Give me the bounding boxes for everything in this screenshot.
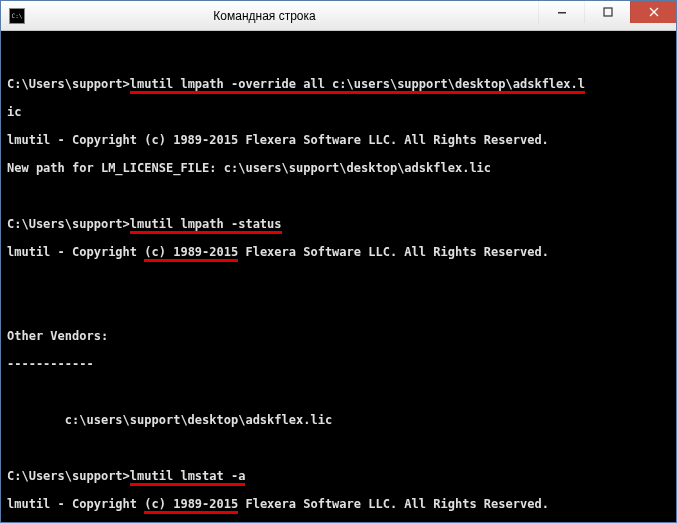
- terminal-output[interactable]: C:\Users\support>lmutil lmpath -override…: [1, 31, 676, 522]
- highlight-overlap: (c) 1989-2015: [144, 497, 238, 514]
- highlight-cmd3: lmutil lmstat -a: [130, 469, 246, 486]
- close-button[interactable]: [630, 1, 676, 23]
- terminal-line: New path for LM_LICENSE_FILE: c:\users\s…: [7, 161, 670, 175]
- terminal-line: lmutil - Copyright (c) 1989-2015 Flexera…: [7, 133, 670, 147]
- command-prompt-window: Командная строка C:\Users\support>lmutil…: [0, 0, 677, 523]
- terminal-line: C:\Users\support>lmutil lmstat -a: [7, 469, 670, 483]
- terminal-line: ------------: [7, 357, 670, 371]
- terminal-line: [7, 49, 670, 63]
- highlight-cmd1: lmutil lmpath -override all c:\users\sup…: [130, 77, 585, 94]
- highlight-overlap: (c) 1989-2015: [144, 245, 238, 262]
- terminal-line: lmutil - Copyright (c) 1989-2015 Flexera…: [7, 497, 670, 511]
- terminal-line: C:\Users\support>lmutil lmpath -status: [7, 217, 670, 231]
- terminal-line: C:\Users\support>lmutil lmpath -override…: [7, 77, 670, 91]
- terminal-line: [7, 441, 670, 455]
- titlebar[interactable]: Командная строка: [1, 1, 676, 31]
- svg-rect-1: [604, 8, 612, 16]
- terminal-line: [7, 301, 670, 315]
- window-controls: [538, 1, 676, 30]
- terminal-line: c:\users\support\desktop\adskflex.lic: [7, 413, 670, 427]
- terminal-line: lmutil - Copyright (c) 1989-2015 Flexera…: [7, 245, 670, 259]
- terminal-line: [7, 273, 670, 287]
- terminal-line: ic: [7, 105, 670, 119]
- highlight-cmd2: lmutil lmpath -status: [130, 217, 282, 234]
- terminal-line: [7, 385, 670, 399]
- terminal-line: [7, 189, 670, 203]
- minimize-button[interactable]: [538, 1, 584, 23]
- window-title: Командная строка: [31, 9, 498, 23]
- cmd-icon: [9, 8, 25, 24]
- svg-rect-0: [558, 12, 566, 14]
- maximize-button[interactable]: [584, 1, 630, 23]
- terminal-line: Other Vendors:: [7, 329, 670, 343]
